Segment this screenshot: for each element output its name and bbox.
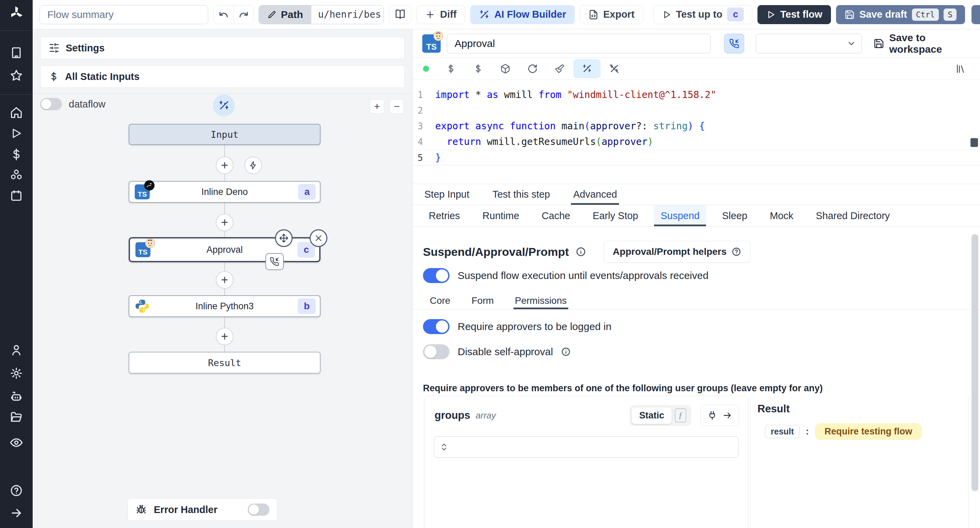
delete-node-button[interactable] (310, 229, 327, 247)
subtab-early-stop[interactable]: Early Stop (586, 205, 645, 226)
step-name-input[interactable] (447, 34, 711, 53)
insert-step-button[interactable]: + (216, 214, 234, 231)
insert-step-button[interactable]: + (216, 156, 234, 174)
code-line-5[interactable]: 5} (413, 150, 980, 165)
windmill-logo-icon[interactable] (8, 5, 24, 21)
approval-prompt-helpers-button[interactable]: Approval/Prompt helpers (604, 241, 751, 262)
all-static-inputs-button[interactable]: All Static Inputs (40, 65, 404, 88)
code-editor[interactable]: 1import * as wmill from "windmill-client… (413, 80, 980, 184)
panel-scrollbar-thumb[interactable] (972, 234, 978, 491)
home-icon[interactable] (10, 106, 23, 119)
tab-step-input[interactable]: Step Input (422, 184, 471, 205)
settings-gear-icon[interactable] (10, 367, 23, 380)
save-to-workspace-button[interactable]: Save to workspace (873, 32, 980, 55)
sectiontab-form[interactable]: Form (470, 292, 495, 309)
error-handler-toggle[interactable] (248, 504, 269, 516)
ai-assistant-wand-button[interactable] (573, 59, 601, 78)
flow-summary-input[interactable] (40, 5, 208, 24)
disable-self-approval-toggle[interactable] (423, 344, 450, 359)
code-line-4[interactable]: 4 return wmill.getResumeUrls(approver) (413, 134, 980, 150)
insert-step-button[interactable]: + (216, 271, 234, 289)
diff-label: Diff (440, 9, 456, 20)
subtab-retries[interactable]: Retries (422, 205, 466, 226)
phone-incoming-icon (270, 257, 279, 266)
dataflow-toggle[interactable] (40, 98, 62, 110)
flow-node-input[interactable]: Input (129, 124, 321, 145)
docs-book-button[interactable] (389, 5, 411, 24)
groups-mode-static[interactable]: Static (632, 407, 672, 424)
add-resource-dollar-button[interactable] (465, 59, 492, 78)
chevrons-up-down-icon (440, 443, 449, 452)
audit-eye-icon[interactable] (10, 436, 23, 449)
zoom-in-button[interactable]: + (370, 99, 384, 114)
require-login-toggle[interactable] (423, 319, 450, 334)
flow-node-result[interactable]: Result (129, 352, 321, 374)
suspend-phone-button[interactable] (724, 34, 744, 53)
sectiontab-core[interactable]: Core (428, 292, 452, 309)
approval-phone-badge[interactable] (266, 253, 284, 270)
code-line-2[interactable]: 2 (413, 103, 980, 118)
flow-node-inline-deno[interactable]: TS Inline Deno a (129, 181, 321, 203)
resources-cubes-icon[interactable] (10, 169, 23, 181)
tab-test-this-step[interactable]: Test this step (490, 184, 552, 205)
schedules-calendar-icon[interactable] (10, 189, 23, 202)
subtab-runtime[interactable]: Runtime (476, 205, 526, 226)
library-icon[interactable] (956, 63, 966, 74)
editor-scrollbar-thumb[interactable] (970, 138, 978, 147)
groups-mode-function[interactable]: ƒ (672, 408, 689, 423)
subtab-suspend[interactable]: Suspend (654, 205, 706, 226)
users-person-icon[interactable] (10, 344, 23, 356)
deploy-button-partial[interactable] (972, 5, 980, 24)
subtab-shared-directory[interactable]: Shared Directory (809, 205, 896, 226)
path-button[interactable]: Path u/henri/bes (259, 5, 384, 24)
play-icon (766, 10, 775, 19)
format-brush-button[interactable] (546, 59, 573, 78)
subtab-cache[interactable]: Cache (535, 205, 577, 226)
favorites-star-icon[interactable] (10, 69, 23, 82)
test-up-to-button[interactable]: Test up to c (653, 5, 752, 24)
help-icon[interactable] (10, 484, 23, 497)
error-handler-row[interactable]: Error Handler (127, 498, 277, 521)
subtab-mock[interactable]: Mock (763, 205, 800, 226)
reload-button[interactable] (519, 59, 546, 78)
variables-dollar-icon[interactable] (10, 148, 23, 161)
dataflow-toggle-row: dataflow (40, 98, 105, 110)
ai-graph-wand-button[interactable] (213, 95, 235, 116)
result-key-pill[interactable]: result (765, 425, 800, 438)
language-select[interactable] (756, 34, 862, 53)
move-node-button[interactable] (275, 229, 293, 247)
tab-advanced[interactable]: Advanced (571, 184, 619, 205)
flow-node-inline-python[interactable]: Inline Python3 b (129, 295, 321, 317)
diff-button[interactable]: Diff (417, 5, 465, 24)
save-draft-button[interactable]: Save draft Ctrl S (836, 5, 965, 24)
runs-play-icon[interactable] (10, 127, 22, 140)
workspace-building-icon[interactable] (10, 46, 23, 59)
suspend-settings-content: Suspend/Approval/Prompt Approval/Prompt … (413, 227, 980, 528)
add-variable-dollar-button[interactable] (437, 59, 465, 78)
test-flow-button[interactable]: Test flow (757, 5, 831, 24)
package-button[interactable] (492, 59, 519, 78)
save-to-workspace-label: Save to workspace (889, 32, 980, 55)
zoom-out-button[interactable]: − (390, 99, 404, 114)
wand-off-icon (609, 64, 619, 74)
subtab-sleep[interactable]: Sleep (716, 205, 754, 226)
folders-icon[interactable] (10, 411, 23, 424)
export-button[interactable]: Export (580, 5, 643, 24)
flow-settings-button[interactable]: Settings (40, 37, 404, 59)
result-colon: : (806, 426, 809, 437)
workers-robot-icon[interactable] (10, 390, 23, 403)
groups-connect-button[interactable] (700, 405, 739, 426)
ai-wand-off-button[interactable] (601, 59, 628, 78)
insert-branch-lightning-button[interactable] (244, 156, 262, 174)
redo-button[interactable] (234, 5, 253, 24)
collapse-arrow-right-icon[interactable] (10, 507, 22, 519)
code-line-3[interactable]: 3export async function main(approver?: s… (413, 118, 980, 134)
insert-step-button[interactable]: + (216, 328, 234, 345)
deno-icon (144, 180, 154, 191)
undo-button[interactable] (214, 5, 234, 24)
suspend-flow-toggle[interactable] (423, 268, 450, 283)
groups-value-input[interactable] (434, 436, 738, 458)
sectiontab-permissions[interactable]: Permissions (514, 292, 568, 309)
ai-flow-builder-button[interactable]: AI Flow Builder (470, 5, 575, 24)
code-line-1[interactable]: 1import * as wmill from "windmill-client… (413, 87, 980, 103)
